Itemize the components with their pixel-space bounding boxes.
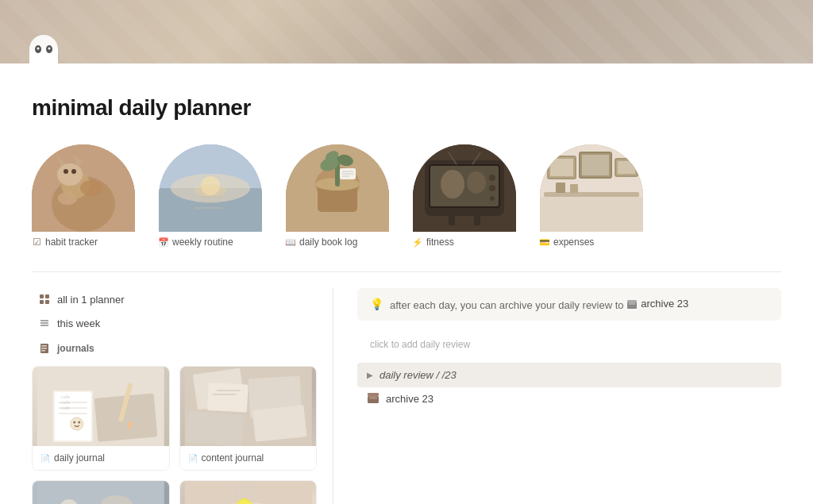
journal-thumb-tutorials [33, 481, 169, 504]
svg-rect-54 [550, 159, 573, 176]
gallery-thumb-fitness [413, 144, 516, 232]
journals-section-title: journals [32, 336, 317, 358]
gallery-label-weekly: 📅 weekly routine [159, 237, 233, 248]
svg-point-4 [37, 48, 40, 50]
header-banner [0, 0, 813, 63]
journal-card-daily[interactable]: cafe cafe cafe [32, 366, 170, 471]
svg-point-42 [441, 170, 464, 198]
svg-rect-93 [186, 410, 244, 446]
svg-rect-118 [629, 302, 635, 305]
svg-point-5 [48, 48, 51, 50]
journal-card-label-content: content journal [180, 446, 317, 470]
toggle-icon: ▶ [367, 371, 373, 379]
svg-rect-91 [206, 383, 248, 413]
svg-rect-61 [570, 184, 578, 193]
svg-rect-121 [369, 396, 377, 399]
expenses-icon: 💳 [540, 237, 549, 247]
svg-point-22 [195, 184, 226, 197]
archive-item-row[interactable]: archive 23 [357, 387, 781, 410]
svg-rect-24 [202, 202, 218, 203]
gallery-label-book: 📖 daily book log [286, 237, 357, 248]
bulb-icon: 💡 [370, 298, 383, 310]
svg-rect-63 [40, 294, 44, 298]
svg-point-84 [73, 421, 75, 424]
svg-rect-60 [556, 183, 565, 193]
page-content: minimal daily planner [0, 95, 813, 504]
fitness-icon: ⚡ [413, 237, 422, 247]
svg-rect-58 [618, 161, 635, 174]
click-to-add-daily-review[interactable]: click to add daily review [357, 333, 781, 356]
daily-review-label: daily review / /23 [380, 369, 457, 381]
svg-rect-73 [41, 350, 45, 352]
gallery-row: habit tracker [32, 144, 781, 248]
gallery-item-habit-tracker[interactable]: habit tracker [32, 144, 135, 248]
gallery-thumb-expenses [540, 144, 643, 232]
gallery-item-daily-book-log[interactable]: 📖 daily book log [286, 144, 389, 248]
gallery-label-expenses: 💳 expenses [540, 237, 594, 248]
gallery-label-fitness: ⚡ fitness [413, 237, 454, 248]
gallery-item-fitness[interactable]: ⚡ fitness [413, 144, 516, 248]
svg-point-10 [80, 180, 102, 196]
section-divider [32, 271, 781, 272]
info-banner: 💡 after each day, you can archive your d… [357, 288, 781, 321]
gallery-item-expenses[interactable]: 💳 expenses [540, 144, 643, 248]
habit-icon [32, 237, 41, 247]
svg-rect-66 [45, 300, 49, 304]
svg-text:cafe: cafe [61, 405, 71, 411]
list-icon [38, 317, 51, 329]
book-icon: 📖 [286, 237, 295, 247]
sidebar: all in 1 planner this week [32, 288, 333, 504]
archive-label: archive 23 [386, 393, 433, 405]
journal-card-recipes[interactable]: recipes [179, 480, 318, 504]
grid-icon [38, 293, 51, 306]
svg-rect-119 [627, 300, 637, 302]
svg-rect-72 [41, 348, 47, 349]
svg-rect-62 [540, 197, 643, 232]
gallery-label-habit: habit tracker [32, 237, 98, 248]
svg-point-47 [489, 185, 495, 191]
ghost-icon [24, 32, 64, 63]
svg-rect-64 [45, 294, 49, 298]
svg-point-48 [490, 196, 495, 201]
calendar-icon: 📅 [159, 237, 168, 247]
svg-point-43 [467, 171, 486, 194]
journal-thumb-daily: cafe cafe cafe [33, 367, 169, 446]
sidebar-item-this-week[interactable]: this week [32, 312, 317, 334]
svg-rect-94 [252, 405, 306, 442]
gallery-thumb-habit [32, 144, 135, 232]
sidebar-item-all-in-1[interactable]: all in 1 planner [32, 288, 317, 310]
svg-rect-56 [582, 155, 609, 175]
gallery-thumb-weekly [159, 144, 262, 232]
svg-rect-25 [195, 207, 222, 209]
svg-point-13 [57, 164, 83, 186]
journal-card-content[interactable]: content journal [179, 366, 318, 471]
svg-rect-76 [55, 392, 91, 441]
svg-point-14 [64, 169, 68, 174]
file-icon-content [188, 452, 198, 464]
svg-rect-97 [37, 481, 164, 504]
journal-card-label-daily: daily journal [33, 446, 169, 470]
journal-card-tutorials[interactable]: tutorials [32, 480, 170, 504]
svg-point-46 [489, 175, 495, 181]
file-icon-daily [40, 452, 50, 464]
archive-link-in-banner[interactable]: archive 23 [626, 298, 688, 310]
two-col-layout: all in 1 planner this week [32, 288, 781, 504]
svg-rect-23 [198, 196, 222, 198]
journal-thumb-content [180, 367, 317, 446]
svg-rect-122 [368, 393, 379, 396]
journal-thumb-recipes [180, 481, 317, 504]
svg-rect-65 [40, 300, 44, 304]
svg-rect-44 [449, 216, 455, 225]
daily-review-row[interactable]: ▶ daily review / /23 [357, 363, 781, 387]
svg-point-85 [78, 421, 80, 424]
journal-grid: cafe cafe cafe [32, 366, 317, 504]
svg-point-15 [71, 169, 76, 174]
svg-rect-41 [430, 166, 499, 206]
svg-rect-45 [474, 216, 480, 225]
archive-icon [367, 392, 380, 406]
svg-rect-71 [41, 345, 47, 347]
gallery-item-weekly-routine[interactable]: 📅 weekly routine [159, 144, 262, 248]
journal-icon [38, 342, 51, 355]
svg-point-83 [71, 417, 83, 430]
gallery-thumb-book [286, 144, 389, 232]
